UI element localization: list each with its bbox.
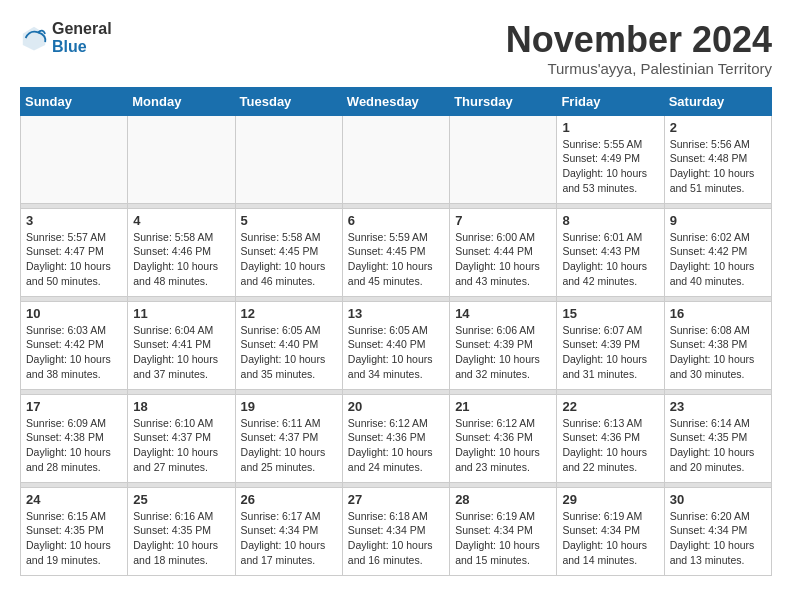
calendar-cell: 10Sunrise: 6:03 AM Sunset: 4:42 PM Dayli… (21, 301, 128, 389)
day-number: 3 (26, 213, 122, 228)
calendar-cell: 13Sunrise: 6:05 AM Sunset: 4:40 PM Dayli… (342, 301, 449, 389)
day-number: 25 (133, 492, 229, 507)
day-info: Sunrise: 6:12 AM Sunset: 4:36 PM Dayligh… (348, 416, 444, 475)
day-number: 22 (562, 399, 658, 414)
calendar-cell: 23Sunrise: 6:14 AM Sunset: 4:35 PM Dayli… (664, 394, 771, 482)
day-number: 21 (455, 399, 551, 414)
day-number: 6 (348, 213, 444, 228)
calendar-cell: 29Sunrise: 6:19 AM Sunset: 4:34 PM Dayli… (557, 487, 664, 575)
week-row-4: 17Sunrise: 6:09 AM Sunset: 4:38 PM Dayli… (21, 394, 772, 482)
calendar-cell: 11Sunrise: 6:04 AM Sunset: 4:41 PM Dayli… (128, 301, 235, 389)
day-number: 4 (133, 213, 229, 228)
day-number: 5 (241, 213, 337, 228)
day-number: 26 (241, 492, 337, 507)
day-info: Sunrise: 6:05 AM Sunset: 4:40 PM Dayligh… (241, 323, 337, 382)
logo-blue-label: Blue (52, 38, 112, 56)
day-number: 2 (670, 120, 766, 135)
day-number: 13 (348, 306, 444, 321)
day-info: Sunrise: 5:58 AM Sunset: 4:46 PM Dayligh… (133, 230, 229, 289)
day-number: 30 (670, 492, 766, 507)
day-number: 18 (133, 399, 229, 414)
day-info: Sunrise: 6:11 AM Sunset: 4:37 PM Dayligh… (241, 416, 337, 475)
day-number: 20 (348, 399, 444, 414)
day-number: 14 (455, 306, 551, 321)
day-number: 8 (562, 213, 658, 228)
calendar-cell: 8Sunrise: 6:01 AM Sunset: 4:43 PM Daylig… (557, 208, 664, 296)
week-row-3: 10Sunrise: 6:03 AM Sunset: 4:42 PM Dayli… (21, 301, 772, 389)
month-title: November 2024 (506, 20, 772, 60)
calendar-cell: 27Sunrise: 6:18 AM Sunset: 4:34 PM Dayli… (342, 487, 449, 575)
day-info: Sunrise: 6:00 AM Sunset: 4:44 PM Dayligh… (455, 230, 551, 289)
day-number: 11 (133, 306, 229, 321)
calendar-cell (450, 115, 557, 203)
calendar-cell: 6Sunrise: 5:59 AM Sunset: 4:45 PM Daylig… (342, 208, 449, 296)
week-row-2: 3Sunrise: 5:57 AM Sunset: 4:47 PM Daylig… (21, 208, 772, 296)
header-sunday: Sunday (21, 87, 128, 115)
day-number: 12 (241, 306, 337, 321)
calendar-cell: 30Sunrise: 6:20 AM Sunset: 4:34 PM Dayli… (664, 487, 771, 575)
calendar-cell: 7Sunrise: 6:00 AM Sunset: 4:44 PM Daylig… (450, 208, 557, 296)
day-number: 28 (455, 492, 551, 507)
location-label: Turmus'ayya, Palestinian Territory (506, 60, 772, 77)
day-number: 23 (670, 399, 766, 414)
calendar-cell: 9Sunrise: 6:02 AM Sunset: 4:42 PM Daylig… (664, 208, 771, 296)
calendar-cell: 22Sunrise: 6:13 AM Sunset: 4:36 PM Dayli… (557, 394, 664, 482)
calendar-cell: 28Sunrise: 6:19 AM Sunset: 4:34 PM Dayli… (450, 487, 557, 575)
week-row-1: 1Sunrise: 5:55 AM Sunset: 4:49 PM Daylig… (21, 115, 772, 203)
calendar-cell: 26Sunrise: 6:17 AM Sunset: 4:34 PM Dayli… (235, 487, 342, 575)
day-number: 7 (455, 213, 551, 228)
logo-text: General Blue (52, 20, 112, 55)
calendar-cell: 17Sunrise: 6:09 AM Sunset: 4:38 PM Dayli… (21, 394, 128, 482)
calendar-cell: 1Sunrise: 5:55 AM Sunset: 4:49 PM Daylig… (557, 115, 664, 203)
logo-general-label: General (52, 20, 112, 38)
day-info: Sunrise: 6:03 AM Sunset: 4:42 PM Dayligh… (26, 323, 122, 382)
calendar-cell: 4Sunrise: 5:58 AM Sunset: 4:46 PM Daylig… (128, 208, 235, 296)
title-block: November 2024 Turmus'ayya, Palestinian T… (506, 20, 772, 77)
day-number: 17 (26, 399, 122, 414)
day-info: Sunrise: 6:02 AM Sunset: 4:42 PM Dayligh… (670, 230, 766, 289)
calendar-cell: 24Sunrise: 6:15 AM Sunset: 4:35 PM Dayli… (21, 487, 128, 575)
calendar-cell: 3Sunrise: 5:57 AM Sunset: 4:47 PM Daylig… (21, 208, 128, 296)
day-info: Sunrise: 6:20 AM Sunset: 4:34 PM Dayligh… (670, 509, 766, 568)
day-number: 27 (348, 492, 444, 507)
day-number: 1 (562, 120, 658, 135)
calendar-cell: 5Sunrise: 5:58 AM Sunset: 4:45 PM Daylig… (235, 208, 342, 296)
day-info: Sunrise: 6:14 AM Sunset: 4:35 PM Dayligh… (670, 416, 766, 475)
day-info: Sunrise: 6:04 AM Sunset: 4:41 PM Dayligh… (133, 323, 229, 382)
calendar-cell (235, 115, 342, 203)
logo-icon (20, 24, 48, 52)
calendar-cell: 18Sunrise: 6:10 AM Sunset: 4:37 PM Dayli… (128, 394, 235, 482)
day-info: Sunrise: 5:56 AM Sunset: 4:48 PM Dayligh… (670, 137, 766, 196)
day-info: Sunrise: 6:19 AM Sunset: 4:34 PM Dayligh… (562, 509, 658, 568)
calendar-cell: 25Sunrise: 6:16 AM Sunset: 4:35 PM Dayli… (128, 487, 235, 575)
header-tuesday: Tuesday (235, 87, 342, 115)
day-info: Sunrise: 6:16 AM Sunset: 4:35 PM Dayligh… (133, 509, 229, 568)
day-number: 24 (26, 492, 122, 507)
header-wednesday: Wednesday (342, 87, 449, 115)
calendar-cell (342, 115, 449, 203)
day-info: Sunrise: 6:19 AM Sunset: 4:34 PM Dayligh… (455, 509, 551, 568)
day-info: Sunrise: 6:09 AM Sunset: 4:38 PM Dayligh… (26, 416, 122, 475)
day-number: 10 (26, 306, 122, 321)
day-number: 15 (562, 306, 658, 321)
day-info: Sunrise: 6:13 AM Sunset: 4:36 PM Dayligh… (562, 416, 658, 475)
calendar-cell: 14Sunrise: 6:06 AM Sunset: 4:39 PM Dayli… (450, 301, 557, 389)
day-number: 19 (241, 399, 337, 414)
day-info: Sunrise: 6:08 AM Sunset: 4:38 PM Dayligh… (670, 323, 766, 382)
calendar-cell: 12Sunrise: 6:05 AM Sunset: 4:40 PM Dayli… (235, 301, 342, 389)
header-saturday: Saturday (664, 87, 771, 115)
day-info: Sunrise: 6:01 AM Sunset: 4:43 PM Dayligh… (562, 230, 658, 289)
day-info: Sunrise: 6:05 AM Sunset: 4:40 PM Dayligh… (348, 323, 444, 382)
day-number: 29 (562, 492, 658, 507)
calendar-cell: 21Sunrise: 6:12 AM Sunset: 4:36 PM Dayli… (450, 394, 557, 482)
logo: General Blue (20, 20, 112, 55)
day-info: Sunrise: 6:12 AM Sunset: 4:36 PM Dayligh… (455, 416, 551, 475)
day-info: Sunrise: 6:15 AM Sunset: 4:35 PM Dayligh… (26, 509, 122, 568)
day-info: Sunrise: 5:55 AM Sunset: 4:49 PM Dayligh… (562, 137, 658, 196)
calendar-header-row: Sunday Monday Tuesday Wednesday Thursday… (21, 87, 772, 115)
day-number: 16 (670, 306, 766, 321)
calendar-table: Sunday Monday Tuesday Wednesday Thursday… (20, 87, 772, 576)
day-number: 9 (670, 213, 766, 228)
header-monday: Monday (128, 87, 235, 115)
day-info: Sunrise: 6:07 AM Sunset: 4:39 PM Dayligh… (562, 323, 658, 382)
